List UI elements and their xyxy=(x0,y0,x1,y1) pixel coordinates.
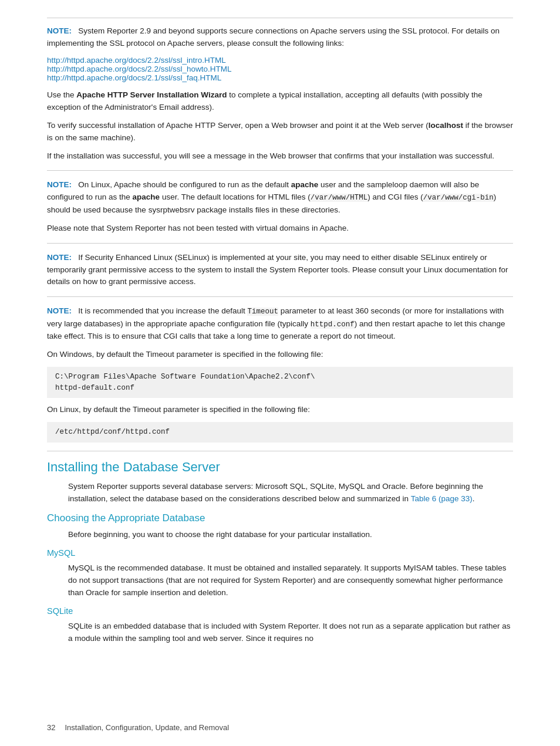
subsub2-body: SQLite is an embedded database that is i… xyxy=(47,620,513,645)
top-divider xyxy=(47,18,513,18)
link-3[interactable]: http://httpd.apache.org/docs/2.1/ssl/ssl… xyxy=(47,73,221,82)
note4-block: NOTE: It is recommended that you increas… xyxy=(47,305,513,343)
link-item-3[interactable]: http://httpd.apache.org/docs/2.1/ssl/ssl… xyxy=(47,73,513,82)
para5: On Windows, by default the Timeout param… xyxy=(47,349,513,361)
sub-heading: Choosing the Appropriate Database xyxy=(47,512,513,524)
subsub1-para: MySQL is the recommended database. It mu… xyxy=(68,562,513,599)
divider-3 xyxy=(47,296,513,297)
link-item-2[interactable]: http://httpd.apache.org/docs/2.2/ssl/ssl… xyxy=(47,65,513,73)
note1-label: NOTE: xyxy=(47,26,72,35)
link-1[interactable]: http://httpd.apache.org/docs/2.2/ssl/ssl… xyxy=(47,56,226,65)
footer-text: Installation, Configuration, Update, and… xyxy=(65,723,229,732)
para6: On Linux, by default the Timeout paramet… xyxy=(47,404,513,416)
divider-1 xyxy=(47,170,513,171)
sub-body: Before beginning, you want to choose the… xyxy=(47,529,513,541)
note1-block: NOTE: System Reporter 2.9 and beyond sup… xyxy=(47,25,513,50)
note3-label: NOTE: xyxy=(47,253,72,262)
link-list: http://httpd.apache.org/docs/2.2/ssl/ssl… xyxy=(47,56,513,82)
para1-bold: Apache HTTP Server Installation Wizard xyxy=(76,90,227,99)
sub-para: Before beginning, you want to choose the… xyxy=(68,529,513,541)
link-item-1[interactable]: http://httpd.apache.org/docs/2.2/ssl/ssl… xyxy=(47,56,513,65)
note3-block: NOTE: If Security Enhanced Linux (SELinu… xyxy=(47,252,513,289)
section-body: System Reporter supports several databas… xyxy=(47,481,513,505)
subsub1-heading: MySQL xyxy=(47,548,513,558)
subsub1-body: MySQL is the recommended database. It mu… xyxy=(47,562,513,599)
section-para: System Reporter supports several databas… xyxy=(68,481,513,505)
page: NOTE: System Reporter 2.9 and beyond sup… xyxy=(0,0,560,746)
para2-bold: localhost xyxy=(429,121,463,130)
table-6-link[interactable]: Table 6 (page 33) xyxy=(411,494,473,503)
footer: 32 Installation, Configuration, Update, … xyxy=(0,723,560,732)
section-heading: Installing the Database Server xyxy=(47,460,513,475)
para1: Use the Apache HTTP Server Installation … xyxy=(47,89,513,114)
para4: Please note that System Reporter has not… xyxy=(47,222,513,235)
note4-label: NOTE: xyxy=(47,306,72,315)
para3: If the installation was successful, you … xyxy=(47,150,513,163)
subsub2-para: SQLite is an embedded database that is i… xyxy=(68,620,513,645)
note2-label: NOTE: xyxy=(47,180,72,189)
note2-block: NOTE: On Linux, Apache should be configu… xyxy=(47,179,513,216)
link-2[interactable]: http://httpd.apache.org/docs/2.2/ssl/ssl… xyxy=(47,65,231,73)
para2: To verify successful installation of Apa… xyxy=(47,120,513,144)
code-block-2: /etc/httpd/conf/httpd.conf xyxy=(47,422,513,443)
code-block-1: C:\Program Files\Apache Software Foundat… xyxy=(47,367,513,399)
divider-2 xyxy=(47,243,513,244)
subsub2-heading: SQLite xyxy=(47,606,513,616)
note1-text: System Reporter 2.9 and beyond supports … xyxy=(47,26,500,48)
divider-4 xyxy=(47,451,513,451)
footer-page-number: 32 xyxy=(47,723,55,732)
